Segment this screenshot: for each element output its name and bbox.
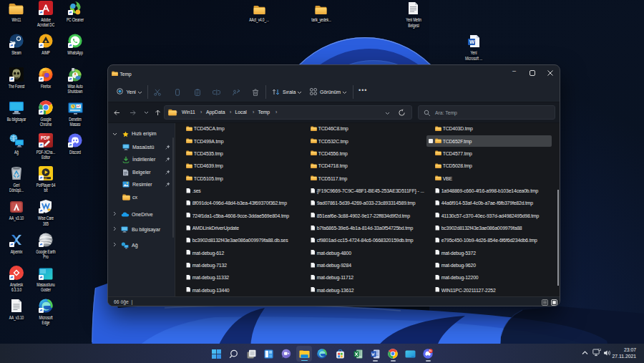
svg-text:PDF: PDF — [41, 135, 50, 140]
svg-text:9+: 9+ — [429, 349, 432, 352]
svg-text:W: W — [469, 39, 475, 46]
